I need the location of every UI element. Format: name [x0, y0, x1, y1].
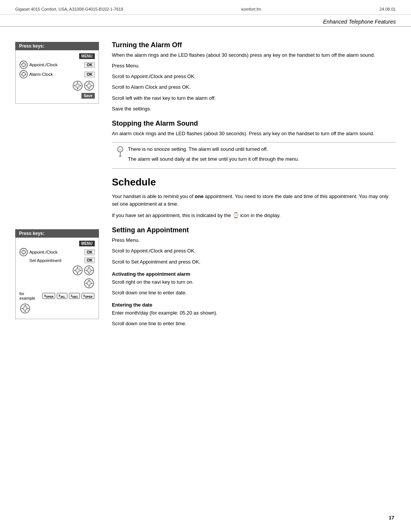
appoint-clock-row-1: Appoint./Clock OK — [19, 61, 95, 69]
header-left: Gigaset 4015 Comfort, USA, A31008-G4015-… — [15, 7, 123, 11]
ok-button-1[interactable]: OK — [84, 62, 95, 68]
setting-step2: Scroll to Appoint./Clock and press OK. — [112, 247, 396, 255]
svg-rect-25 — [22, 251, 25, 254]
stopping-title: Stopping the Alarm Sound — [112, 120, 396, 128]
svg-marker-23 — [91, 85, 93, 86]
svg-marker-16 — [74, 85, 75, 86]
appoint-clock-row-2: Appoint./Clock OK — [19, 248, 95, 256]
key-2: 2ABC — [69, 293, 80, 299]
navi-key-right-1 — [84, 81, 94, 91]
alarm-off-step2: Scroll to Appoint./Clock and press OK. — [112, 73, 396, 80]
schedule-para1: Your handset is able to remind you of on… — [112, 193, 396, 208]
key-5: 5JKL — [57, 293, 67, 299]
svg-marker-44 — [88, 280, 90, 281]
note-line-1: There is no snooze setting. The alarm wi… — [128, 145, 299, 153]
svg-marker-8 — [23, 72, 24, 73]
svg-marker-51 — [24, 311, 26, 312]
svg-rect-49 — [24, 307, 27, 310]
navi-key-down-1 — [84, 278, 94, 288]
svg-marker-28 — [21, 251, 22, 253]
svg-marker-11 — [25, 73, 26, 75]
schedule-title: Schedule — [112, 176, 396, 188]
set-appointment-row: Set Appointment OK — [19, 257, 95, 263]
svg-marker-2 — [23, 62, 24, 63]
svg-marker-17 — [80, 85, 81, 86]
alarm-off-step1: Press Menu. — [112, 62, 396, 70]
navi-row-3 — [19, 278, 95, 289]
setting-appointment-title: Setting an Appointment — [112, 226, 396, 234]
alarm-off-title: Turning the Alarm Off — [112, 41, 396, 49]
navi-row-1 — [19, 80, 95, 91]
key-panel-1: MENU Appoint./Clock — [15, 50, 99, 104]
set-appointment-label: Set Appointment — [29, 258, 61, 263]
page-header: Gigaset 4015 Comfort, USA, A31008-G4015-… — [0, 0, 411, 15]
svg-rect-19 — [88, 84, 91, 87]
svg-marker-33 — [77, 273, 78, 274]
svg-marker-22 — [85, 85, 87, 86]
navi-key-down-2 — [20, 304, 30, 313]
svg-rect-31 — [76, 269, 79, 272]
svg-marker-14 — [77, 82, 78, 83]
svg-point-54 — [118, 147, 123, 152]
alarm-off-para1: When the alarm rings and the LED flashes… — [112, 51, 396, 59]
press-keys-section-2: Press keys: MENU — [15, 222, 99, 319]
schedule-bold: one — [195, 193, 204, 199]
appoint-clock-label-2: Appoint./Clock — [29, 250, 57, 254]
left-panel: Press keys: MENU — [15, 27, 103, 331]
example-row: for example 0OPER 5JKL 2ABC 0OPER — [19, 291, 95, 300]
svg-marker-26 — [23, 249, 24, 251]
svg-marker-41 — [91, 270, 93, 271]
navi-key-left-2 — [73, 265, 83, 275]
svg-rect-13 — [76, 84, 79, 87]
save-row: Save — [19, 93, 95, 99]
svg-marker-10 — [21, 73, 22, 75]
menu-button-1[interactable]: MENU — [79, 53, 95, 59]
alarm-off-step4: Scroll left with the navi key to turn th… — [112, 94, 396, 102]
ok-button-4[interactable]: OK — [84, 257, 95, 263]
page-number: 17 — [389, 515, 394, 521]
ok-button-3[interactable]: OK — [84, 249, 95, 255]
svg-marker-27 — [23, 254, 24, 255]
svg-rect-43 — [88, 282, 91, 285]
activating-step2: Scroll down one line to enter date. — [112, 289, 396, 297]
svg-rect-1 — [22, 63, 25, 66]
menu-button-2[interactable]: MENU — [79, 241, 95, 246]
svg-marker-21 — [88, 88, 90, 89]
menu-row-2: MENU — [19, 241, 95, 246]
note-line-2: The alarm will sound daily at the set ti… — [128, 155, 299, 163]
alarm-clock-label: Alarm Clock — [29, 72, 53, 77]
svg-marker-5 — [25, 64, 26, 66]
key-panel-2: MENU Appoint./Clock — [15, 238, 99, 319]
right-content: Turning the Alarm Off When the alarm rin… — [103, 27, 396, 331]
svg-marker-52 — [21, 308, 23, 309]
press-keys-label-2: Press keys: — [15, 229, 99, 238]
svg-marker-38 — [88, 267, 90, 268]
main-content: Press keys: MENU — [0, 27, 411, 331]
activating-step1: Scroll right on the navi key to turn on. — [112, 278, 396, 286]
menu-row-1: MENU — [19, 53, 95, 59]
alarm-off-step3: Scroll to Alarm Clock and press OK. — [112, 83, 396, 91]
save-button[interactable]: Save — [81, 93, 95, 99]
alarm-off-step5: Save the settings. — [112, 105, 396, 113]
navi-key-left-1 — [73, 81, 83, 91]
navi-row-4 — [19, 303, 95, 314]
appoint-clock-label-1: Appoint./Clock — [29, 62, 57, 67]
svg-rect-37 — [88, 269, 91, 272]
press-keys-label-1: Press keys: — [15, 42, 99, 50]
schedule-para2: If you have set an appointment, this is … — [112, 211, 396, 220]
ok-button-2[interactable]: OK — [84, 72, 95, 77]
svg-marker-47 — [91, 283, 93, 284]
header-right: 24.08.01 — [379, 7, 396, 11]
section-heading: Enhanced Telephone Features — [0, 15, 411, 27]
svg-marker-53 — [27, 308, 29, 309]
svg-marker-35 — [80, 270, 81, 271]
note-box: There is no snooze setting. The alarm wi… — [112, 142, 396, 169]
setting-step3: Scroll to Set Appointment and press OK. — [112, 258, 396, 266]
setting-step1: Press Menu. — [112, 236, 396, 244]
svg-marker-29 — [25, 251, 26, 253]
entering-date-title: Entering the date — [112, 302, 396, 308]
activating-title: Activating the appointment alarm — [112, 271, 396, 277]
for-example-label: for example — [19, 291, 40, 300]
entering-step1: Enter month/day (for example: 05.20 as s… — [112, 309, 396, 317]
svg-marker-45 — [88, 286, 90, 287]
